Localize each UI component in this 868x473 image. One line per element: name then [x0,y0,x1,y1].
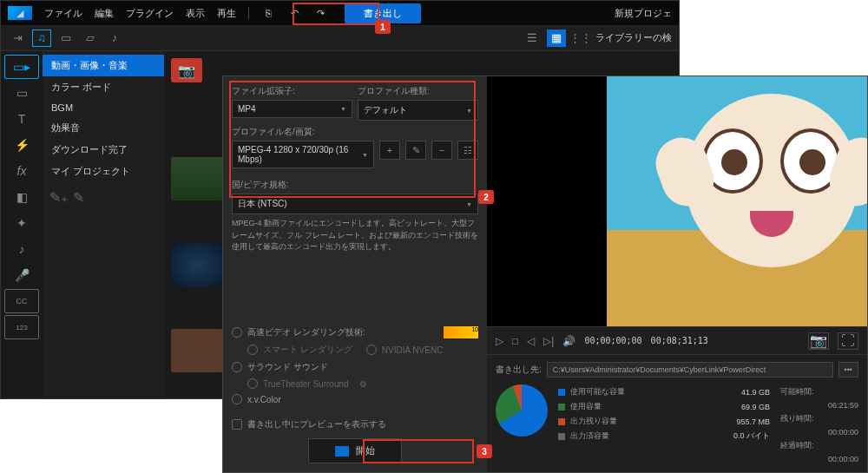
sidebar-item-sfx[interactable]: 効果音 [43,117,164,139]
callout-2: 2 [478,190,494,204]
divider [248,7,249,19]
export-preview-panel: ▷ □ ◁ ▷| 🔊 00;00;00;00 00;08;31;13 📷 ⛶ 書… [487,76,867,472]
app-logo: ◢ [8,6,32,20]
callout-1: 1 [375,20,391,34]
menu-bar: ◢ ファイル 編集 プラグイン 表示 再生 ⎘ ↶ ↷ 書き出し 新規プロジェ [1,1,679,25]
pencil2-icon[interactable]: ✎ [73,189,84,206]
next-icon[interactable]: ▷| [543,335,554,347]
sidebar-item-media[interactable]: 動画・画像・音楽 [43,55,164,76]
xvcolor-label: x.v.Color [247,395,281,404]
detail-view-icon[interactable]: ⋮⋮ [571,30,590,47]
time-stats-list: 可能時間:06:21:59残り時間:00:00:00経過時間:00:00:00 [780,384,858,465]
menu-play[interactable]: 再生 [217,7,236,20]
region-label: 国/ビデオ規格: [232,179,478,191]
sidebar-item-bgm[interactable]: BGM [43,98,164,117]
list-view-icon[interactable]: ☰ [523,30,542,47]
video-filter-icon[interactable]: ▭ [56,30,76,47]
toolbar: ⇥ ♫ ▭ ▱ ♪ ☰ ▦ ⋮⋮ ライブラリーの検 [1,25,679,51]
output-path-field[interactable]: C:¥Users¥Administrator¥Documents¥CyberLi… [547,362,833,378]
new-project-label[interactable]: 新規プロジェ [615,7,672,20]
pencil-icon[interactable]: ✎₊ [49,189,68,206]
xvcolor-checkbox[interactable] [232,394,242,404]
nvenc-radio[interactable] [366,345,377,355]
sidebar-item-downloaded[interactable]: ダウンロード完了 [43,139,164,161]
truetheater-label: TrueTheater Surround [263,379,349,389]
prev-icon[interactable]: ◁ [527,335,535,347]
velocity-icon: 10 [444,326,478,338]
redo-icon[interactable]: ↷ [313,6,327,20]
preview-checkbox-label: 書き出し中にプレビューを表示する [247,418,386,430]
audio-room-icon[interactable]: ♪ [4,237,39,261]
fullscreen-button[interactable]: ⛶ [838,332,858,350]
info-profile-button[interactable]: ☷ [457,141,478,160]
effect-room-icon[interactable]: fx [4,159,39,183]
menu-view[interactable]: 表示 [186,7,205,20]
caption-room-icon[interactable]: CC [4,289,39,313]
play-icon[interactable]: ▷ [496,335,503,347]
thumbnail-3[interactable] [171,329,223,372]
truetheater-radio[interactable] [247,378,258,389]
save-icon[interactable]: ⎘ [261,6,275,20]
preview-checkbox[interactable] [232,419,242,430]
disk-stats-list: 使用可能な容量41.9 GB使用容量69.9 GB出力残り容量955.7 MB出… [558,384,770,465]
start-button[interactable]: 開始 [308,438,402,463]
quality-select[interactable]: MPEG-4 1280 x 720/30p (16 Mbps) [232,141,374,168]
pip-room-icon[interactable]: ◧ [4,185,39,209]
file-ext-select[interactable]: MP4 [232,100,352,118]
timecode-current: 00;00;00;00 [584,336,641,345]
menu-file[interactable]: ファイル [44,7,82,20]
sidebar-item-colorboard[interactable]: カラー ボード [43,76,164,98]
menu-plugin[interactable]: プラグイン [126,7,174,20]
output-panel: 書き出し先: C:¥Users¥Administrator¥Documents¥… [487,354,867,472]
library-search-label[interactable]: ライブラリーの検 [595,31,672,44]
region-select[interactable]: 日本 (NTSC) [232,194,478,214]
grid-view-icon[interactable]: ▦ [547,30,566,47]
codec-description: MPEG-4 動画ファイルにエンコードします。高ビットレート、大型フレームサイズ… [232,218,478,253]
media-filter-icon[interactable]: ♫ [32,30,51,47]
file-ext-label: ファイル拡張子: [232,85,352,97]
profile-type-select[interactable]: デフォルト [358,100,478,121]
fast-render-label: 高速ビデオ レンダリング技術: [247,326,365,338]
fast-render-checkbox[interactable] [232,327,242,338]
import-icon[interactable]: ⇥ [8,30,27,47]
text-room-icon[interactable]: T [4,107,39,131]
camera-icon[interactable]: 📷 [171,58,202,82]
volume-icon[interactable]: 🔊 [562,335,575,347]
callout-3: 3 [477,444,492,458]
playback-bar: ▷ □ ◁ ▷| 🔊 00;00;00;00 00;08;31;13 📷 ⛶ [487,326,867,354]
image-filter-icon[interactable]: ▱ [81,30,100,47]
smart-render-label: スマート レンダリング [263,344,352,356]
menu-edit[interactable]: 編集 [95,7,114,20]
chapter-room-icon[interactable]: 123 [4,315,39,339]
settings-icon[interactable]: ⚙ [359,379,367,389]
disk-usage-pie [496,384,548,437]
timecode-total: 00;08;31;13 [651,336,708,345]
left-rail: ▭▸ ▭ T ⚡ fx ◧ ✦ ♪ 🎤 CC 123 [1,51,43,398]
stop-icon[interactable]: □ [512,335,518,347]
sidebar: 動画・画像・音楽 カラー ボード BGM 効果音 ダウンロード完了 マイ プロジ… [43,51,164,398]
nvenc-label: NVIDIA NVENC [382,345,444,355]
quality-label: プロファイル名/画質: [232,126,478,138]
undo-icon[interactable]: ↶ [287,6,301,20]
surround-checkbox[interactable] [232,362,242,372]
voice-room-icon[interactable]: 🎤 [4,263,39,287]
add-profile-button[interactable]: + [379,141,400,160]
audio-filter-icon[interactable]: ♪ [105,30,124,47]
smart-render-radio[interactable] [247,345,258,355]
transition-room-icon[interactable]: ⚡ [4,133,39,157]
edit-profile-button[interactable]: ✎ [405,141,426,160]
thumbnail-lan[interactable] [171,157,223,200]
surround-label: サラウンド サウンド [247,361,328,373]
profile-type-label: プロファイル種類: [358,85,478,97]
export-settings-panel: ファイル拡張子: MP4 プロファイル種類: デフォルト プロファイル名/画質:… [223,76,487,472]
thumbnail-spe[interactable] [171,243,223,286]
sidebar-item-myproject[interactable]: マイ プロジェクト [43,161,164,182]
media-room-icon[interactable]: ▭▸ [4,55,39,79]
remove-profile-button[interactable]: − [431,141,452,160]
snapshot-button[interactable]: 📷 [808,332,829,350]
particle-room-icon[interactable]: ✦ [4,211,39,235]
title-room-icon[interactable]: ▭ [4,81,39,105]
output-dest-label: 書き出し先: [496,364,542,376]
browse-button[interactable]: ••• [838,362,858,378]
start-icon [335,446,349,457]
